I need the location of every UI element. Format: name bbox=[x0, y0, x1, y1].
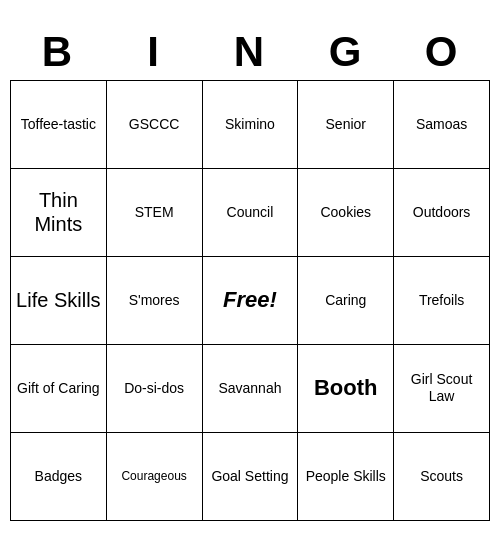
table-cell: Samoas bbox=[394, 80, 490, 168]
table-cell: S'mores bbox=[106, 256, 202, 344]
table-cell: People Skills bbox=[298, 432, 394, 520]
table-cell: STEM bbox=[106, 168, 202, 256]
table-cell: Gift of Caring bbox=[11, 344, 107, 432]
table-cell: Scouts bbox=[394, 432, 490, 520]
bingo-card: BINGO Toffee-tasticGSCCCSkiminoSeniorSam… bbox=[10, 24, 490, 521]
bingo-header: BINGO bbox=[10, 24, 490, 80]
table-row: Thin MintsSTEMCouncilCookiesOutdoors bbox=[11, 168, 490, 256]
table-cell: Council bbox=[202, 168, 298, 256]
table-cell: Girl Scout Law bbox=[394, 344, 490, 432]
header-letter: O bbox=[394, 24, 490, 80]
table-cell: Life Skills bbox=[11, 256, 107, 344]
header-letter: N bbox=[202, 24, 298, 80]
table-cell: Senior bbox=[298, 80, 394, 168]
table-cell: Trefoils bbox=[394, 256, 490, 344]
table-cell: Do-si-dos bbox=[106, 344, 202, 432]
table-cell: Goal Setting bbox=[202, 432, 298, 520]
table-row: BadgesCourageousGoal SettingPeople Skill… bbox=[11, 432, 490, 520]
header-letter: G bbox=[298, 24, 394, 80]
table-cell: Savannah bbox=[202, 344, 298, 432]
table-cell: Free! bbox=[202, 256, 298, 344]
table-cell: Cookies bbox=[298, 168, 394, 256]
table-cell: Booth bbox=[298, 344, 394, 432]
table-cell: Caring bbox=[298, 256, 394, 344]
header-letter: I bbox=[106, 24, 202, 80]
table-cell: Badges bbox=[11, 432, 107, 520]
table-row: Life SkillsS'moresFree!CaringTrefoils bbox=[11, 256, 490, 344]
table-row: Gift of CaringDo-si-dosSavannahBoothGirl… bbox=[11, 344, 490, 432]
table-cell: GSCCC bbox=[106, 80, 202, 168]
table-cell: Courageous bbox=[106, 432, 202, 520]
bingo-grid: Toffee-tasticGSCCCSkiminoSeniorSamoasThi… bbox=[10, 80, 490, 521]
header-letter: B bbox=[10, 24, 106, 80]
table-cell: Skimino bbox=[202, 80, 298, 168]
table-row: Toffee-tasticGSCCCSkiminoSeniorSamoas bbox=[11, 80, 490, 168]
table-cell: Outdoors bbox=[394, 168, 490, 256]
table-cell: Thin Mints bbox=[11, 168, 107, 256]
table-cell: Toffee-tastic bbox=[11, 80, 107, 168]
